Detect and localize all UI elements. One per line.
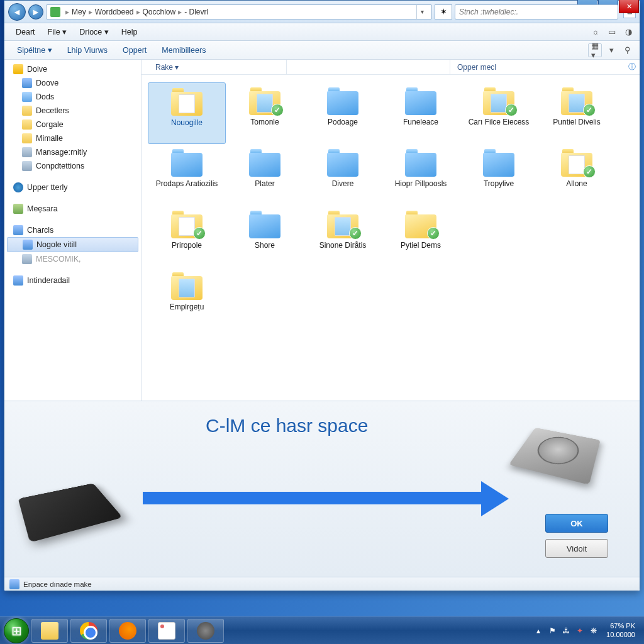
menu-drioce[interactable]: Drioce ▾: [73, 25, 115, 39]
sidebar-item[interactable]: Upper tterly: [4, 180, 141, 194]
sidebar-item[interactable]: Conpdtettions: [4, 159, 141, 173]
folder-item[interactable]: ✓Sinone Diråtis: [304, 206, 382, 267]
forward-button[interactable]: ►: [28, 4, 43, 19]
folder-item[interactable]: ✓Puntiel Divelis: [538, 82, 616, 144]
settings-icon[interactable]: ◑: [622, 26, 635, 38]
check-icon: ✓: [193, 227, 206, 240]
sidebar-item[interactable]: Meęsara: [4, 202, 141, 216]
folder-item[interactable]: Plater: [226, 144, 304, 206]
sidebar-item[interactable]: Charcls: [4, 223, 141, 237]
check-icon: ✓: [505, 104, 518, 116]
close-button[interactable]: ✕: [619, 0, 639, 13]
folder-icon: ✓: [559, 148, 594, 177]
breadcrumb-segment[interactable]: - Dlevrl: [184, 8, 208, 16]
folder-icon: [325, 86, 360, 115]
folder-item[interactable]: ✓Carı Filce Eiecess: [460, 82, 538, 144]
taskbar-firefox[interactable]: [109, 619, 146, 643]
sidebar-item[interactable]: Decetlers: [4, 104, 141, 118]
user-icon: [13, 204, 23, 214]
network-icon: [13, 275, 23, 286]
drive-icon: [22, 254, 32, 264]
check-icon: ✓: [583, 165, 596, 178]
info-icon[interactable]: ⓘ: [628, 62, 636, 72]
column-opper[interactable]: Opper mecl: [450, 63, 504, 72]
view-mode-button[interactable]: ▦ ▾: [588, 43, 602, 57]
taskbar-disk[interactable]: [187, 619, 224, 643]
tray-volume-icon[interactable]: ✦: [575, 626, 585, 636]
taskbar-explorer[interactable]: [31, 619, 68, 643]
cancel-button[interactable]: Vidoit: [545, 539, 608, 558]
folder-item[interactable]: ✓Pytiel Dems: [382, 206, 460, 267]
folder-item[interactable]: Prodaps Aratiozilis: [148, 144, 226, 206]
system-tray: ▴ ⚑ 🖧 ✦ ❋ 67% PK 10.00000: [533, 622, 640, 638]
folder-item[interactable]: ✓Priropole: [148, 206, 226, 267]
toolbar-open[interactable]: Oppert: [115, 43, 154, 57]
tray-network-icon[interactable]: 🖧: [561, 626, 571, 636]
folder-icon: [481, 148, 516, 177]
menu-file[interactable]: File ▾: [42, 25, 74, 39]
menu-deart[interactable]: Deart: [9, 25, 42, 39]
sidebar-item[interactable]: MESCOMIK,: [4, 252, 141, 266]
sidebar-item[interactable]: Doove: [4, 76, 141, 90]
back-button[interactable]: ◄: [8, 3, 26, 21]
status-icon: [9, 579, 19, 589]
folder-icon: [22, 106, 32, 116]
folder-item[interactable]: ✓Tomonle: [226, 82, 304, 144]
folder-item-selected[interactable]: Nouogille: [148, 82, 226, 144]
toolbar-members[interactable]: Memibilleers: [154, 43, 213, 57]
preview-pane-icon[interactable]: ⚲: [621, 43, 635, 57]
hdd-image: [520, 420, 602, 489]
check-icon: ✓: [427, 227, 440, 240]
sidebar-item[interactable]: Intinderadail: [4, 274, 141, 287]
refresh-button[interactable]: ✶: [435, 4, 452, 19]
sidebar-item[interactable]: Mimalle: [4, 131, 141, 145]
breadcrumb-segment[interactable]: Mey: [72, 8, 86, 16]
tray-up-icon[interactable]: ▴: [533, 626, 543, 636]
folder-item[interactable]: Emplrgețu: [148, 267, 226, 329]
menu-help[interactable]: Help: [115, 25, 144, 39]
disk-icon: [197, 622, 214, 640]
tray-gear-icon[interactable]: ❋: [589, 626, 599, 636]
sidebar-item-selected[interactable]: Nogole vitill: [7, 237, 138, 252]
explorer-window: — ▭ ✕ ◄ ► ▸ Mey ▸ Worddbeed ▸ Qocchlow ▸…: [4, 0, 640, 591]
taskbar-document[interactable]: [148, 619, 185, 643]
folder-item[interactable]: Divere: [304, 144, 382, 206]
breadcrumb[interactable]: ▸ Mey ▸ Worddbeed ▸ Qocchlow ▸ - Dlevrl …: [46, 4, 432, 19]
menu-bar: Deart File ▾ Drioce ▾ Help ☼ ▭ ◑: [4, 23, 640, 41]
search-box[interactable]: [455, 4, 618, 19]
breadcrumb-segment[interactable]: Qocchlow: [143, 8, 176, 16]
folder-item[interactable]: Hiopr Pillpoosls: [382, 144, 460, 206]
start-button[interactable]: [4, 618, 29, 643]
sun-icon[interactable]: ☼: [589, 26, 602, 38]
sidebar-item[interactable]: Corgale: [4, 118, 141, 131]
folder-icon: [403, 148, 438, 177]
taskbar-chrome[interactable]: [70, 619, 107, 643]
toolbar-organize[interactable]: Sipéltne ▾: [9, 43, 60, 57]
sidebar-item[interactable]: Dods: [4, 90, 141, 104]
clock[interactable]: 67% PK 10.00000: [606, 622, 635, 638]
tray-flag-icon[interactable]: ⚑: [547, 626, 557, 636]
folder-item[interactable]: Shore: [226, 206, 304, 267]
sidebar-item[interactable]: Mansage:rnitly: [4, 145, 141, 159]
folder-item[interactable]: Tropylive: [460, 144, 538, 206]
search-input[interactable]: [459, 5, 604, 19]
folder-icon: ✓: [247, 86, 282, 115]
breadcrumb-dropdown-icon[interactable]: ▾: [416, 5, 428, 19]
ok-button[interactable]: OK: [545, 514, 608, 533]
folder-item[interactable]: ✓Allone: [538, 144, 616, 206]
folder-icon: [247, 148, 282, 177]
check-icon: ✓: [583, 104, 596, 116]
sidebar-favorites[interactable]: Doive: [4, 62, 141, 76]
folder-icon: ✓: [403, 209, 438, 238]
folder-item[interactable]: Podoage: [304, 82, 382, 144]
folder-icon: [22, 133, 32, 143]
folder-icon: ✓: [325, 209, 360, 238]
folder-item[interactable]: Funeleace: [382, 82, 460, 144]
breadcrumb-segment[interactable]: Worddbeed: [95, 8, 134, 16]
column-name[interactable]: Rake ▾: [148, 63, 286, 72]
folder-icon: ✓: [481, 86, 516, 115]
folder-icon: [169, 271, 204, 300]
page-icon[interactable]: ▭: [606, 26, 618, 38]
toolbar-views[interactable]: Lhip Viurws: [60, 43, 115, 57]
arrow-head-icon: [481, 481, 509, 516]
